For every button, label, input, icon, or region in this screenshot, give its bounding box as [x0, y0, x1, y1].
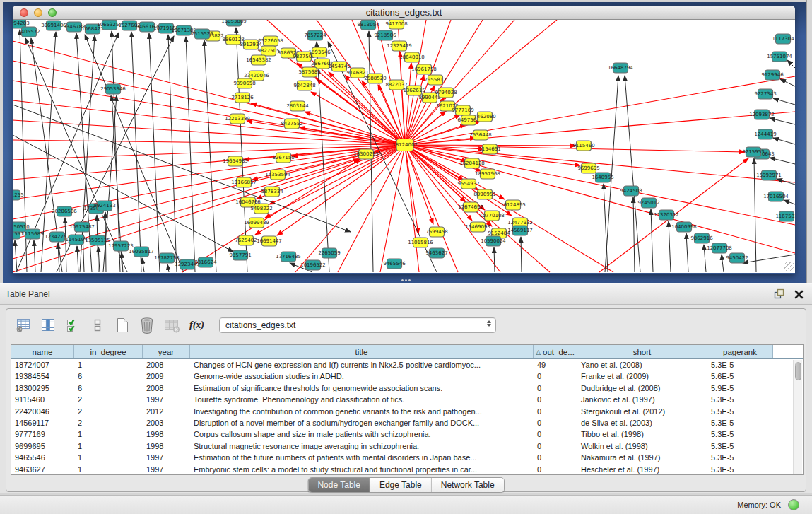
close-panel-icon[interactable]: [794, 289, 804, 302]
float-panel-icon[interactable]: [774, 288, 784, 302]
graph-node-label: 9424508: [620, 188, 642, 194]
graph-edge: [773, 138, 795, 144]
column-header-name[interactable]: name: [11, 345, 74, 358]
graph-node-label: 2265059: [318, 250, 340, 256]
delete-column-icon[interactable]: [137, 315, 157, 335]
graph-node-label: 9862916: [690, 235, 713, 241]
graph-node-label: 12477932: [507, 220, 533, 226]
table-cell: 1998: [143, 428, 190, 440]
column-header-out_de[interactable]: △out_de...: [534, 345, 577, 358]
graph-node-label: 1154691: [478, 146, 500, 152]
graph-node-label: 13505135: [85, 238, 110, 243]
graph-node-label: 18957968: [475, 171, 500, 177]
table-row[interactable]: 1830029562008Estimation of significance …: [11, 382, 803, 394]
graph-node-label: 19654985: [223, 158, 248, 164]
table-selector-dropdown[interactable]: citations_edges.txt: [219, 317, 496, 333]
row-options-icon[interactable]: [88, 315, 107, 335]
column-header-pagerank[interactable]: pagerank: [707, 345, 773, 358]
table-cell: Estimation of the future numbers of pati…: [190, 452, 534, 463]
table-scrollbar[interactable]: [793, 360, 802, 474]
table-row[interactable]: 977716911998Corpus callosum shape and si…: [11, 428, 803, 440]
graph-node-label: 15469093: [465, 224, 490, 230]
graph-node-label: 8813054: [357, 22, 379, 28]
table-cell: 9465546: [11, 452, 74, 463]
table-cell: de Silva et al. (2003): [577, 417, 707, 428]
table-row[interactable]: 946554611997Estimation of the future num…: [11, 452, 803, 463]
table-cell: 0: [534, 417, 577, 428]
window-resize-grip[interactable]: [784, 262, 794, 271]
window-title: citations_edges.txt: [13, 7, 795, 18]
select-columns-icon[interactable]: [63, 315, 83, 335]
graph-node-label: 9699695: [577, 165, 599, 171]
graph-node-label: 7599458: [425, 229, 447, 235]
new-column-icon[interactable]: [112, 315, 132, 335]
table-cell: 0: [534, 452, 577, 463]
table-cell: Estimation of significance thresholds fo…: [190, 382, 534, 394]
graph-edge: [167, 264, 169, 272]
graph-edge: [186, 37, 195, 272]
tab-edge-table[interactable]: Edge Table: [370, 478, 432, 492]
graph-node-label: 18640910: [399, 54, 425, 60]
graph-node-label: 9115460: [572, 143, 594, 148]
table-cell: Dudbridge et al. (2008): [577, 382, 707, 394]
table-cell: 5.3E-5: [707, 359, 773, 370]
column-header-title[interactable]: title: [190, 345, 534, 358]
graph-node-label: 12213389: [225, 116, 250, 122]
network-view[interactable]: 7463822886012889129342522605898275058186…: [13, 20, 795, 273]
network-window: citations_edges.txt 74638228860128891293…: [13, 6, 795, 274]
column-header-label: out_de...: [543, 348, 575, 356]
delete-table-icon[interactable]: [162, 315, 182, 335]
table-cell: 0: [534, 406, 577, 417]
graph-node-label: 20206536: [52, 209, 77, 214]
table-row[interactable]: 911546021997Tourette syndrome. Phenomeno…: [11, 394, 803, 405]
graph-node-label: 8822037: [385, 82, 407, 88]
table-cell: 0: [534, 440, 577, 452]
table-cell: 1998: [143, 440, 190, 452]
table-cell: Changes of HCN gene expression and I(f) …: [190, 359, 534, 370]
table-scrollbar-thumb[interactable]: [795, 362, 801, 380]
table-cell: Investigating the contribution of common…: [190, 406, 534, 417]
column-header-label: in_degree: [90, 348, 126, 356]
table-row[interactable]: 1938455462009Genome-wide association stu…: [11, 370, 803, 382]
window-titlebar[interactable]: citations_edges.txt: [13, 6, 795, 20]
column-header-in_degree[interactable]: in_degree: [74, 345, 143, 358]
graph-node-label: 7625402: [235, 238, 257, 243]
graph-node-label: 16543382: [246, 57, 271, 63]
table-cell: 2: [74, 394, 143, 405]
table-cell: 6: [74, 370, 143, 382]
table-cell: 9699695: [11, 440, 74, 452]
graph-node-label: 10975487: [69, 224, 95, 230]
table-row[interactable]: 1456911722003Disruption of a novel membe…: [11, 417, 803, 428]
graph-edge: [378, 85, 405, 145]
table-cell: 5.9E-5: [707, 382, 773, 394]
column-header-short[interactable]: short: [577, 345, 707, 358]
graph-node-label: 15992971: [756, 173, 782, 178]
graph-node-label: 12325419: [387, 43, 412, 49]
graph-node-label: 9857791: [229, 252, 251, 258]
table-row[interactable]: 2242004622012Investigating the contribut…: [11, 406, 803, 417]
table-cell: 5.6E-5: [707, 370, 773, 382]
memory-status-label: Memory: OK: [737, 501, 781, 509]
table-cell: 5.3E-5: [707, 428, 773, 440]
column-header-year[interactable]: year: [143, 345, 190, 358]
graph-edge: [400, 52, 405, 145]
graph-node-label: 12077708: [707, 245, 732, 251]
table-cell: Genome-wide association studies in ADHD.: [190, 370, 534, 382]
graph-node-label: 10400998: [671, 224, 697, 230]
function-builder-icon[interactable]: f(x): [187, 320, 207, 331]
tab-node-table[interactable]: Node Table: [308, 478, 370, 492]
table-row[interactable]: 946362711997Embryonic stem cells: a mode…: [11, 464, 803, 475]
table-cell: 0: [534, 382, 577, 394]
network-graph-canvas[interactable]: 7463822886012889129342522605898275058186…: [13, 20, 795, 273]
tab-network-table[interactable]: Network Table: [432, 478, 504, 492]
graph-node-label: 16124895: [500, 202, 526, 208]
table-cell: 49: [534, 359, 577, 370]
table-settings-icon[interactable]: [13, 315, 33, 335]
show-columns-icon[interactable]: [38, 315, 58, 335]
table-row[interactable]: 969969511998Structural magnetic resonanc…: [11, 440, 803, 452]
column-header-label: short: [633, 348, 652, 356]
table-cell: Hescheler et al. (1997): [577, 464, 707, 475]
table-row[interactable]: 1872400712008Changes of HCN gene express…: [11, 359, 803, 370]
table-cell: 5.5E-5: [707, 406, 773, 417]
graph-node-label: 10590024: [481, 238, 506, 244]
